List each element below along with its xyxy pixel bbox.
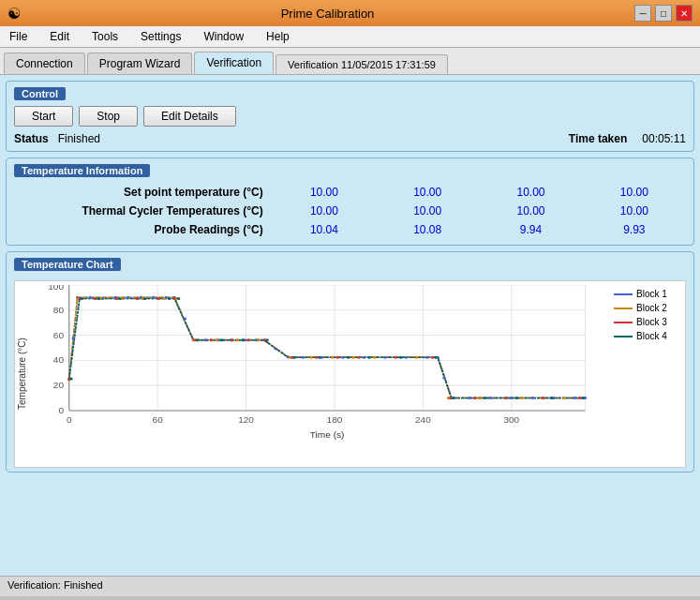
menu-window[interactable]: Window (198, 28, 249, 45)
status-value: Finished (58, 132, 100, 145)
svg-point-107 (505, 397, 508, 399)
svg-point-41 (204, 338, 207, 341)
temp-info-section: Temperature Information Set point temper… (6, 158, 694, 246)
status-bar-text: Verification: Finished (7, 579, 103, 591)
svg-point-121 (293, 356, 296, 359)
row-value: 10.08 (376, 220, 479, 239)
svg-point-53 (383, 356, 386, 359)
table-row: Thermal Cycler Temperatures (°C)10.0010.… (14, 202, 686, 220)
svg-text:0: 0 (58, 405, 64, 415)
row-value: 10.00 (479, 183, 582, 202)
close-button[interactable]: ✕ (676, 5, 693, 22)
svg-point-29 (72, 337, 75, 339)
row-value: 10.00 (273, 202, 376, 220)
svg-point-76 (257, 338, 260, 341)
svg-point-113 (118, 297, 121, 300)
menu-tools[interactable]: Tools (86, 28, 124, 45)
title-bar: ☯ Prime Calibration ─ □ ✕ (0, 0, 700, 26)
svg-point-81 (373, 356, 376, 359)
control-buttons-row: Start Stop Edit Details (14, 106, 686, 127)
legend-label-block3: Block 3 (636, 317, 667, 327)
svg-point-92 (157, 297, 160, 300)
status-bar: Verification: Finished (0, 576, 700, 596)
row-value: 10.00 (479, 202, 582, 220)
row-value: 9.93 (583, 220, 686, 239)
svg-point-130 (550, 397, 553, 399)
legend-block1: Block 1 (614, 289, 681, 299)
row-value: 10.00 (583, 183, 686, 202)
svg-text:120: 120 (238, 415, 254, 426)
svg-point-119 (242, 338, 245, 341)
window-title: Prime Calibration (21, 7, 634, 21)
control-section-title: Control (14, 87, 66, 100)
chart-svg: 0 20 40 60 80 100 0 60 120 180 240 300 T… (37, 285, 606, 444)
edit-details-button[interactable]: Edit Details (143, 106, 236, 127)
time-taken-label: Time taken (569, 132, 627, 145)
start-button[interactable]: Start (14, 106, 73, 127)
tab-verification[interactable]: Verification (194, 52, 274, 74)
svg-point-74 (215, 338, 217, 341)
svg-point-89 (94, 297, 97, 300)
svg-point-82 (415, 356, 418, 359)
row-value: 10.00 (273, 183, 376, 202)
minimize-button[interactable]: ─ (634, 5, 651, 22)
row-value: 9.94 (479, 220, 582, 239)
legend-label-block4: Block 4 (636, 331, 667, 341)
tabs-bar: Connection Program Wizard Verification V… (0, 48, 700, 75)
svg-point-114 (143, 297, 146, 300)
svg-point-57 (442, 376, 445, 379)
svg-text:300: 300 (503, 415, 519, 426)
svg-point-90 (115, 297, 118, 300)
svg-point-126 (434, 356, 437, 359)
svg-point-54 (405, 356, 408, 359)
svg-point-79 (331, 356, 334, 359)
svg-point-49 (302, 356, 305, 359)
menu-edit[interactable]: Edit (44, 28, 75, 45)
maximize-button[interactable]: □ (655, 5, 672, 22)
svg-point-85 (520, 397, 523, 399)
svg-point-36 (152, 296, 155, 299)
svg-point-60 (489, 397, 492, 399)
temp-info-table: Set point temperature (°C)10.0010.0010.0… (14, 183, 686, 239)
legend-line-block2 (614, 308, 633, 309)
svg-point-120 (265, 338, 268, 341)
svg-point-123 (347, 356, 350, 359)
menu-file[interactable]: File (4, 28, 33, 45)
svg-point-108 (542, 397, 544, 399)
svg-point-62 (531, 397, 534, 399)
svg-point-102 (357, 356, 360, 359)
svg-point-103 (394, 356, 396, 359)
svg-point-51 (341, 356, 344, 359)
svg-text:60: 60 (153, 415, 164, 426)
tab-connection[interactable]: Connection (4, 52, 85, 74)
svg-point-91 (136, 297, 139, 300)
svg-point-80 (352, 356, 355, 359)
chart-area: 0 20 40 60 80 100 0 60 120 180 240 300 T… (34, 281, 610, 467)
svg-point-84 (478, 397, 481, 399)
svg-text:80: 80 (53, 305, 65, 315)
legend-block2: Block 2 (614, 303, 681, 313)
svg-point-118 (220, 338, 223, 341)
svg-point-110 (69, 377, 72, 380)
control-section: Control Start Stop Edit Details Status F… (6, 81, 694, 152)
tab-verification-timestamp[interactable]: Verification 11/05/2015 17:31:59 (276, 54, 448, 74)
menu-help[interactable]: Help (261, 28, 295, 45)
row-label: Thermal Cycler Temperatures (°C) (14, 202, 273, 220)
svg-point-100 (315, 356, 318, 359)
svg-point-101 (336, 356, 339, 359)
svg-point-128 (484, 397, 486, 399)
temp-info-title: Temperature Information (14, 164, 150, 177)
svg-text:0: 0 (67, 415, 72, 426)
stop-button[interactable]: Stop (79, 106, 138, 127)
menu-settings[interactable]: Settings (135, 28, 186, 45)
row-label: Set point temperature (°C) (14, 183, 273, 202)
legend-block4: Block 4 (614, 331, 681, 341)
status-label: Status (14, 132, 49, 145)
svg-text:20: 20 (53, 381, 65, 391)
legend-label-block1: Block 1 (636, 289, 667, 299)
tab-program-wizard[interactable]: Program Wizard (87, 52, 193, 74)
svg-point-111 (81, 297, 83, 300)
svg-point-106 (473, 397, 476, 399)
svg-point-78 (310, 356, 313, 359)
svg-point-127 (452, 397, 454, 399)
